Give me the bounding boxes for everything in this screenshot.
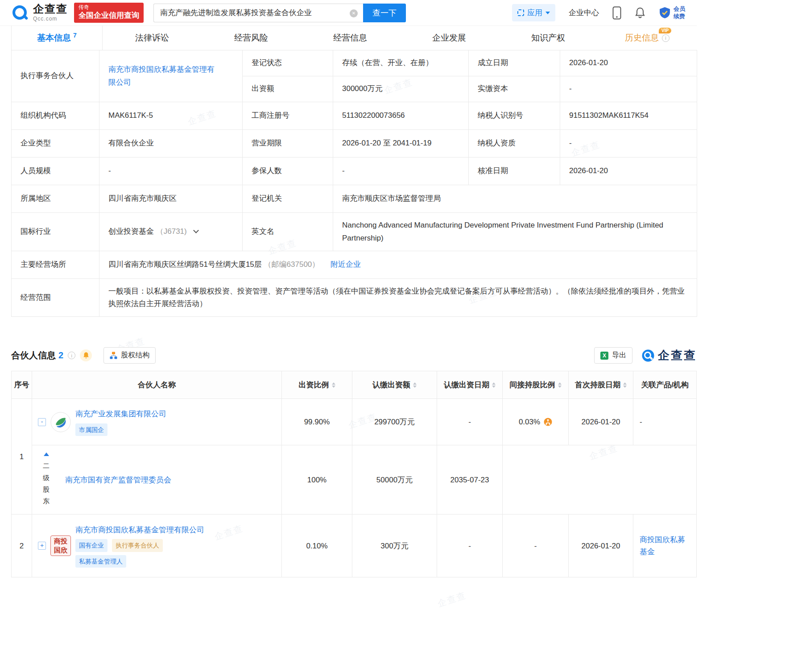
indirect-ratio-value: 0.03% — [519, 416, 540, 428]
label-company-type: 企业类型 — [12, 130, 99, 158]
sort-icon[interactable] — [413, 382, 417, 388]
value-reg-status: 存续（在营、开业、在册） — [333, 50, 469, 76]
label-insured-count: 参保人数 — [243, 158, 333, 185]
equity-structure-button[interactable]: 股权结构 — [103, 347, 156, 364]
subscribe-date-cell: - — [437, 399, 503, 445]
exec-partner-link[interactable]: 南充市商投国欣私募基金管理有限公司 — [108, 63, 215, 88]
sub-shareholder-label: 二级股东 — [42, 452, 50, 507]
value-org-code: MAK6117K-5 — [99, 102, 243, 130]
qcc-brand-text: 企查查 — [658, 348, 697, 363]
info-icon[interactable]: i — [662, 34, 669, 42]
clear-search-icon[interactable]: ✕ — [350, 9, 358, 17]
equity-structure-label: 股权结构 — [121, 351, 149, 360]
partners-count: 2 — [58, 350, 63, 361]
notification-bell-icon[interactable] — [635, 7, 645, 19]
tab-intellectual-property[interactable]: 知识产权 — [499, 26, 598, 50]
related-cell: 商投国欣私募基金 — [633, 514, 696, 577]
collapse-triangle-icon[interactable] — [44, 452, 49, 456]
label-region: 所属地区 — [12, 185, 99, 213]
tab-label: 经营风险 — [234, 32, 268, 44]
partner-name-link[interactable]: 南充市商投国欣私募基金管理有限公司 — [75, 524, 204, 536]
sort-icon[interactable] — [558, 382, 562, 388]
tab-enterprise-development[interactable]: 企业发展 — [400, 26, 499, 50]
sub-shareholder-name-cell: 二级股东 南充市国有资产监督管理委员会 — [32, 445, 282, 514]
address-text: 四川省南充市顺庆区丝绸路51号丝绸大厦15层 — [108, 260, 262, 269]
tab-basic-info[interactable]: 基本信息 7 — [11, 26, 103, 50]
sort-icon[interactable] — [332, 382, 335, 388]
sub-subscribe-date-cell: 2035-07-23 — [437, 445, 503, 514]
col-header-amount[interactable]: 认缴出资额 — [352, 371, 437, 399]
label-industry: 国标行业 — [12, 213, 99, 251]
chevron-down-icon[interactable] — [194, 228, 199, 234]
tab-label: 知识产权 — [531, 32, 565, 44]
col-header-subscribe-date[interactable]: 认缴出资日期 — [437, 371, 503, 399]
value-establish-date: 2026-01-20 — [560, 50, 697, 76]
export-button[interactable]: X 导出 — [594, 347, 632, 364]
label-business-term: 营业期限 — [243, 130, 333, 158]
qcc-brand-icon — [641, 349, 655, 362]
equity-penetration-icon[interactable] — [544, 418, 552, 426]
value-insured-count: - — [333, 158, 469, 185]
partners-section: 合伙人信息 2 i 股权结构 — [11, 347, 697, 577]
value-reg-number: 511302200073656 — [333, 102, 469, 130]
label-staff-size: 人员规模 — [12, 158, 99, 185]
label-business-scope: 经营范围 — [12, 279, 99, 317]
top-header: 企查查 Qcc.com 传奇 全国企业信用查询 ✕ 查一下 应用 — [0, 0, 697, 26]
search-box: ✕ — [153, 4, 363, 22]
collapse-toggle[interactable]: - — [38, 418, 46, 426]
search-group: ✕ 查一下 — [153, 4, 406, 22]
related-cell: - — [633, 399, 696, 445]
label-taxpayer-id: 纳税人识别号 — [469, 102, 560, 130]
value-region: 四川省南充市顺庆区 — [99, 185, 243, 213]
tab-operation-risk[interactable]: 经营风险 — [202, 26, 301, 50]
partners-table: 序号 合伙人名称 出资比例 认缴出资额 认缴出资日期 间接持股比例 首次持股日期… — [11, 371, 697, 577]
export-label: 导出 — [612, 351, 626, 360]
partner-tag: 市属国企 — [75, 423, 107, 436]
amount-cell: 299700万元 — [352, 399, 437, 445]
member-renew[interactable]: 会员 续费 — [659, 5, 685, 20]
related-fund-link[interactable]: 商投国欣私募基金 — [640, 534, 690, 558]
expand-toggle[interactable]: + — [38, 542, 46, 550]
partner-name-cell: - 南充产业发展集团有限公司 市属国企 — [32, 399, 282, 445]
sub-shareholder-level-text: 二级股东 — [42, 460, 50, 507]
partner-tag: 执行事务合伙人 — [112, 539, 163, 552]
industry-name: 创业投资基金 — [108, 227, 154, 236]
mobile-app-icon[interactable] — [612, 6, 621, 20]
qcc-brand-mark: 企查查 — [641, 348, 697, 363]
enterprise-center-link[interactable]: 企业中心 — [569, 8, 599, 18]
tab-history-info[interactable]: VIP 历史信息 i — [598, 26, 697, 50]
search-input[interactable] — [154, 4, 363, 22]
search-button[interactable]: 查一下 — [363, 4, 406, 22]
watermark-text: 企查查 — [436, 589, 467, 610]
tab-label: 法律诉讼 — [135, 32, 169, 44]
tab-operation-info[interactable]: 经营信息 — [301, 26, 400, 50]
col-header-first-date[interactable]: 首次持股日期 — [569, 371, 633, 399]
value-address: 四川省南充市顺庆区丝绸路51号丝绸大厦15层 （邮编637500） 附近企业 — [99, 251, 697, 279]
partner-name-link[interactable]: 南充产业发展集团有限公司 — [75, 408, 166, 420]
apps-icon — [517, 9, 524, 16]
company-logo[interactable]: 商投 国欣 — [50, 535, 71, 556]
sort-icon[interactable] — [492, 382, 496, 388]
sub-shareholder-link[interactable]: 南充市国有资产监督管理委员会 — [65, 474, 171, 486]
empty-cell — [503, 445, 696, 514]
col-header-ratio[interactable]: 出资比例 — [282, 371, 352, 399]
col-header-seq: 序号 — [12, 371, 32, 399]
sort-icon[interactable] — [623, 382, 627, 388]
sub-ratio-cell: 100% — [282, 445, 352, 514]
col-header-indirect-ratio[interactable]: 间接持股比例 — [503, 371, 569, 399]
partner-row: 1 - 南充产业发展集团有限公司 市属国企 99.90% — [12, 399, 696, 514]
value-taxpayer-qualification: - — [560, 130, 697, 158]
tab-bar: 基本信息 7 法律诉讼 经营风险 经营信息 企业发展 知识产权 VIP 历史信息… — [11, 26, 697, 50]
partners-table-header: 序号 合伙人名称 出资比例 认缴出资额 认缴出资日期 间接持股比例 首次持股日期… — [12, 371, 696, 399]
nearby-companies-link[interactable]: 附近企业 — [331, 260, 361, 269]
info-icon[interactable]: i — [68, 352, 75, 359]
tab-label: 基本信息 — [37, 32, 71, 44]
apps-menu[interactable]: 应用 — [512, 4, 555, 21]
subscribe-date-cell: - — [437, 514, 503, 577]
logo-text-line1: 商投 — [54, 537, 67, 546]
company-logo[interactable] — [50, 412, 71, 432]
subscribe-bell-icon[interactable] — [80, 349, 92, 361]
qcc-logo[interactable]: 企查查 Qcc.com — [11, 4, 68, 22]
partner-tag: 私募基金管理人 — [75, 555, 126, 568]
tab-legal-proceedings[interactable]: 法律诉讼 — [103, 26, 202, 50]
